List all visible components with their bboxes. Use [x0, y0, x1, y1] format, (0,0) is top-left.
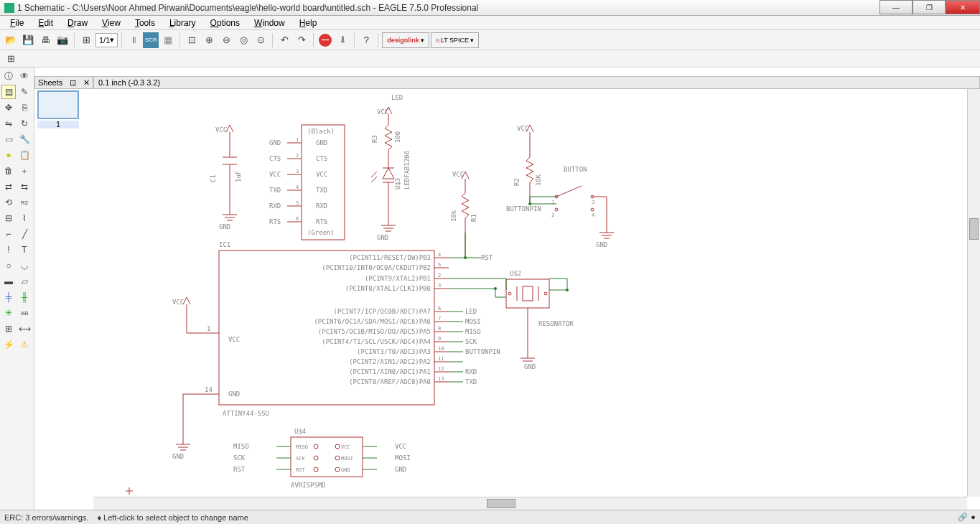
value-icon[interactable]: ⊟: [1, 211, 16, 225]
sheet-number[interactable]: 1: [37, 121, 79, 128]
menu-library[interactable]: Library: [162, 17, 203, 29]
go-icon[interactable]: ⬇: [335, 32, 350, 48]
miter-icon[interactable]: ⌐: [1, 227, 16, 241]
zoom-in-icon[interactable]: ⊕: [201, 32, 217, 48]
separator: [74, 33, 75, 47]
svg-text:RTS: RTS: [316, 218, 327, 225]
change-icon[interactable]: 🔧: [17, 132, 32, 146]
open-icon[interactable]: 📂: [3, 32, 19, 48]
script-icon[interactable]: SCR: [143, 32, 159, 48]
grid-icon[interactable]: ⊞: [3, 51, 19, 67]
ltspice-button[interactable]: ⎋LT SPICE ▾: [431, 32, 479, 48]
split-icon[interactable]: ╱: [17, 227, 32, 241]
arc-icon[interactable]: ◡: [17, 258, 32, 273]
info-icon[interactable]: ⓘ: [1, 69, 16, 83]
separator: [121, 33, 122, 47]
group-icon[interactable]: ▭: [1, 132, 16, 146]
erc-icon[interactable]: ⚡: [1, 337, 16, 352]
scroll-thumb[interactable]: [487, 499, 515, 508]
label-icon[interactable]: AB: [17, 306, 32, 320]
add-icon[interactable]: ＋: [17, 164, 32, 178]
svg-text:(PCINT6/OC1A/SDA/MOSI/ADC6)PA6: (PCINT6/OC1A/SDA/MOSI/ADC6)PA6: [314, 318, 431, 325]
svg-text:U$2: U$2: [510, 270, 521, 277]
svg-text:(PCINT1/AIN0/ADC1)PA1: (PCINT1/AIN0/ADC1)PA1: [349, 368, 431, 375]
svg-text:RXD: RXD: [316, 202, 327, 210]
close-button[interactable]: ✕: [946, 0, 980, 14]
mark-icon[interactable]: ✎: [17, 85, 32, 99]
show-icon[interactable]: 👁: [17, 69, 32, 83]
rect-icon[interactable]: ▬: [1, 274, 16, 289]
sheets-close-icon[interactable]: ✕: [83, 78, 90, 88]
svg-text:RESONATOR: RESONATOR: [538, 320, 574, 327]
menu-edit[interactable]: Edit: [31, 17, 60, 29]
svg-point-142: [508, 292, 511, 295]
save-icon[interactable]: 💾: [20, 32, 36, 48]
menu-help[interactable]: Help: [292, 17, 325, 29]
menu-window[interactable]: Window: [247, 17, 292, 29]
menu-file[interactable]: File: [3, 17, 31, 29]
svg-text:GND: GND: [228, 390, 240, 398]
svg-text:VCC: VCC: [341, 444, 350, 450]
title-bar: 1 Schematic - C:\Users\Noor Ahmed Pirwan…: [0, 0, 980, 16]
svg-text:TXD: TXD: [269, 187, 281, 194]
svg-text:ATTINY44-SSU: ATTINY44-SSU: [223, 410, 269, 417]
errors-icon[interactable]: ⚠: [17, 337, 32, 352]
use-icon[interactable]: ⦀: [126, 32, 141, 48]
zoom-select-icon[interactable]: ⊙: [253, 32, 269, 48]
stop-icon[interactable]: —: [317, 32, 333, 48]
smash-icon[interactable]: ⌇: [17, 211, 32, 225]
invoke-icon[interactable]: !: [1, 243, 16, 257]
copy-icon[interactable]: ⎘: [17, 100, 32, 115]
mirror-icon[interactable]: ⇋: [1, 116, 16, 131]
menu-draw[interactable]: Draw: [60, 17, 95, 29]
minimize-button[interactable]: —: [879, 0, 913, 14]
zoom-redraw-icon[interactable]: ◎: [235, 32, 251, 48]
circle-icon[interactable]: ○: [1, 258, 16, 273]
svg-text:CTS: CTS: [316, 155, 327, 162]
dim-icon[interactable]: ⟷: [17, 322, 32, 336]
ulp-icon[interactable]: ▦: [160, 32, 176, 48]
menu-tools[interactable]: Tools: [128, 17, 162, 29]
gateswap-icon[interactable]: ⇆: [17, 179, 32, 194]
sheet-combo[interactable]: 1/1 ▾: [95, 33, 118, 47]
cam-icon[interactable]: 📷: [55, 32, 70, 48]
svg-text:10K: 10K: [535, 174, 542, 186]
svg-point-67: [591, 208, 594, 211]
net-icon[interactable]: ╫: [17, 290, 32, 304]
redo-icon[interactable]: ↷: [294, 32, 309, 48]
svg-text:R3: R3: [371, 135, 378, 143]
svg-point-182: [335, 444, 340, 449]
attr-icon[interactable]: ⊞: [1, 322, 16, 336]
name-icon[interactable]: R2: [17, 195, 32, 210]
poly-icon[interactable]: ▱: [17, 274, 32, 289]
junction-icon[interactable]: ✳: [1, 306, 16, 320]
menu-view[interactable]: View: [95, 17, 128, 29]
print-icon[interactable]: 🖶: [37, 32, 53, 48]
sheet-thumbnail[interactable]: [37, 90, 79, 119]
bus-icon[interactable]: ╪: [1, 290, 16, 304]
designlink-button[interactable]: designlink ▾: [382, 32, 429, 48]
board-icon[interactable]: ⊞: [78, 32, 94, 48]
sheets-undock-icon[interactable]: ⊡: [70, 78, 76, 88]
replace-icon[interactable]: ⟲: [1, 195, 16, 210]
cut-icon[interactable]: ●: [1, 148, 16, 162]
undo-icon[interactable]: ↶: [276, 32, 292, 48]
schematic-canvas[interactable]: VCC C1 1uF GND (Black) (Green) GND1GNDCT…: [93, 89, 967, 497]
zoom-out-icon[interactable]: ⊖: [218, 32, 234, 48]
svg-text:2: 2: [296, 153, 299, 159]
help-icon[interactable]: ?: [358, 32, 374, 48]
delete-icon[interactable]: 🗑: [1, 164, 16, 178]
menu-options[interactable]: Options: [203, 17, 247, 29]
scroll-thumb[interactable]: [969, 218, 979, 240]
svg-text:BUTTONPIN: BUTTONPIN: [465, 348, 500, 355]
paste-icon[interactable]: 📋: [17, 148, 32, 162]
horizontal-scrollbar[interactable]: [93, 497, 967, 510]
zoom-fit-icon[interactable]: ⊡: [184, 32, 200, 48]
pinswap-icon[interactable]: ⇄: [1, 179, 16, 194]
maximize-button[interactable]: ❐: [913, 0, 946, 14]
move-icon[interactable]: ✥: [1, 100, 16, 115]
text-icon[interactable]: T: [17, 243, 32, 257]
vertical-scrollbar[interactable]: [967, 89, 980, 497]
rotate-icon[interactable]: ↻: [17, 116, 32, 131]
layers-icon[interactable]: ▤: [1, 85, 16, 99]
